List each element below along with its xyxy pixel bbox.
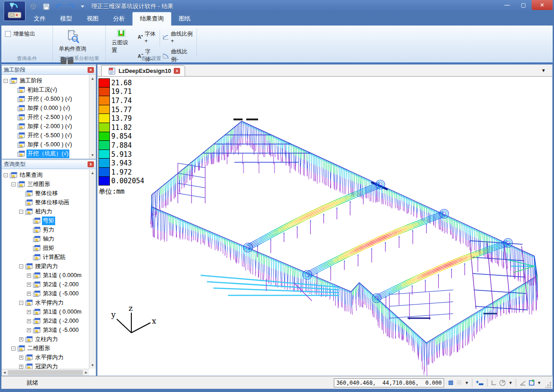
drawing-canvas[interactable]: 21.6819.7117.7415.7713.7911.829.8547.884… bbox=[98, 77, 552, 376]
tree-item-label[interactable]: 腰梁内力 bbox=[34, 262, 59, 271]
tree-item-label[interactable]: 水平撑内力 bbox=[34, 299, 65, 307]
tree-item-label[interactable]: 第2道 ( -2.000 bbox=[42, 280, 80, 289]
ortho-icon[interactable] bbox=[491, 380, 497, 386]
stage-tree-item[interactable]: 初始工况(√) bbox=[2, 85, 89, 94]
curve-scale-plus-button[interactable]: 曲线比例+ bbox=[163, 30, 193, 44]
stage-panel-close-icon[interactable]: x bbox=[88, 67, 94, 73]
model-3d-view[interactable] bbox=[98, 77, 552, 376]
tree-item-label[interactable]: 结果查询 bbox=[19, 171, 43, 180]
query-tree-item[interactable]: 计算配筋 bbox=[2, 253, 89, 262]
query-tree-item[interactable]: -结果查询 bbox=[2, 170, 89, 180]
tree-item-label[interactable]: 初始工况(√) bbox=[26, 86, 58, 94]
single-member-query-button[interactable]: 单构件查询 bbox=[57, 28, 88, 54]
tree-item-label[interactable]: 整体位移动画 bbox=[34, 198, 70, 207]
stage-tree-item[interactable]: 加撑 ( -5.000 ) (√) bbox=[2, 140, 89, 149]
tree-item-label[interactable]: 开挖（坑底）(√) bbox=[26, 150, 69, 158]
stage-tree-item[interactable]: 加撑 ( -2.000 ) (√) bbox=[2, 122, 89, 131]
tree-item-label[interactable]: 轴力 bbox=[42, 235, 55, 243]
grid-dropdown-icon[interactable]: ▼ bbox=[465, 381, 469, 385]
query-tree-hscrollbar[interactable]: ◄ ► bbox=[2, 369, 89, 376]
scroll-up-icon[interactable]: ▲ bbox=[91, 75, 94, 82]
tree-expander-icon[interactable]: - bbox=[19, 301, 23, 305]
tree-item-label[interactable]: 冠梁内力 bbox=[34, 362, 59, 369]
tree-expander-icon[interactable]: - bbox=[19, 264, 23, 268]
document-tab-close-icon[interactable]: x bbox=[174, 68, 180, 74]
menu-tab-文件[interactable]: 文件 bbox=[26, 12, 53, 26]
scroll-down-icon[interactable]: ▼ bbox=[91, 362, 94, 369]
menu-tab-分析[interactable]: 分析 bbox=[106, 12, 132, 26]
tree-item-label[interactable]: 桩内力 bbox=[34, 207, 53, 216]
tree-item-label[interactable]: 加撑 ( 0.000 ) (√) bbox=[26, 104, 71, 113]
app-logo[interactable] bbox=[4, 1, 26, 21]
stage-tree-item[interactable]: 加撑 ( 0.000 ) (√) bbox=[2, 103, 89, 113]
query-tree-item[interactable]: +第2道 ( -2.000 bbox=[2, 316, 89, 325]
query-tree-item[interactable]: +冠梁内力 bbox=[2, 362, 89, 369]
qat-dropdown-icon[interactable] bbox=[80, 3, 85, 10]
tree-item-label[interactable]: 开挖 ( -0.500 ) (√) bbox=[26, 95, 73, 103]
tree-item-label[interactable]: 开挖 ( -2.500 ) (√) bbox=[26, 113, 73, 122]
stage-tree-item[interactable]: 开挖 ( -0.500 ) (√) bbox=[2, 94, 89, 103]
query-tree-item[interactable]: +第3道 ( -5.000 bbox=[2, 289, 89, 298]
close-button[interactable]: ✕ bbox=[532, 0, 553, 10]
tree-item-label[interactable]: 第1道 ( 0.000m bbox=[42, 308, 83, 316]
stage-tree-item[interactable]: -施工阶段 bbox=[2, 76, 89, 85]
scroll-right-icon[interactable]: ► bbox=[84, 369, 88, 376]
contour-settings-button[interactable]: 云图设置 bbox=[109, 28, 134, 55]
tree-expander-icon[interactable]: + bbox=[27, 283, 31, 287]
scroll-up-icon[interactable]: ▲ bbox=[91, 170, 94, 176]
query-tree-item[interactable]: -桩内力 bbox=[2, 207, 89, 216]
scroll-left-icon[interactable]: ◄ bbox=[3, 369, 6, 376]
query-tree-item[interactable]: +第1道 ( 0.000m bbox=[2, 271, 89, 280]
tree-expander-icon[interactable]: + bbox=[19, 356, 23, 360]
query-tree-item[interactable]: +立柱内力 bbox=[2, 335, 89, 344]
query-tree-item[interactable]: +第3道 ( -5.000 bbox=[2, 325, 89, 335]
tree-item-label[interactable]: 弯矩 bbox=[42, 217, 55, 225]
document-tab[interactable]: DOC LzDeepExDesign10 x bbox=[101, 65, 185, 76]
checkbox-box[interactable] bbox=[5, 31, 11, 37]
query-tree-item[interactable]: 剪力 bbox=[2, 225, 89, 234]
query-tree-item[interactable]: +第1道 ( 0.000m bbox=[2, 307, 89, 316]
query-tree-item[interactable]: +第2道 ( -2.000 bbox=[2, 280, 89, 289]
query-tree-item[interactable]: 整体位移动画 bbox=[2, 198, 89, 207]
stage-tree-item[interactable]: 开挖 ( -2.500 ) (√) bbox=[2, 113, 89, 122]
tree-item-label[interactable]: 第3道 ( -5.000 bbox=[42, 326, 80, 335]
angle-snap-icon[interactable] bbox=[519, 380, 526, 386]
tree-expander-icon[interactable]: + bbox=[19, 337, 23, 341]
query-tree-item[interactable]: -腰梁内力 bbox=[2, 262, 89, 271]
stage-tree-item[interactable]: 开挖 ( -5.500 ) (√) bbox=[2, 131, 89, 140]
query-tree-item[interactable]: +水平撑内力 bbox=[2, 353, 89, 362]
tree-expander-icon[interactable]: - bbox=[19, 210, 23, 214]
tree-item-label[interactable]: 第2道 ( -2.000 bbox=[42, 317, 80, 325]
tree-expander-icon[interactable]: + bbox=[27, 319, 31, 323]
tree-expander-icon[interactable]: - bbox=[11, 182, 16, 186]
query-tree-item[interactable]: 扭矩 bbox=[2, 243, 89, 253]
tree-expander-icon[interactable]: + bbox=[27, 328, 31, 332]
tree-item-label[interactable]: 整体位移 bbox=[34, 189, 59, 198]
menu-tab-视图[interactable]: 视图 bbox=[79, 12, 106, 26]
incremental-output-checkbox[interactable]: 增量输出 bbox=[5, 30, 49, 38]
menu-tab-结果查询[interactable]: 结果查询 bbox=[132, 12, 171, 26]
tree-item-label[interactable]: 加撑 ( -2.000 ) (√) bbox=[26, 122, 73, 131]
query-tree-item[interactable]: 轴力 bbox=[2, 234, 89, 243]
undo-icon[interactable] bbox=[55, 3, 63, 10]
tree-item-label[interactable]: 第1道 ( 0.000m bbox=[42, 271, 83, 280]
query-tree-item[interactable]: 弯矩 bbox=[2, 216, 89, 225]
polar-dropdown-icon[interactable]: ▼ bbox=[508, 381, 513, 385]
query-tree-item[interactable]: -三维图形 bbox=[2, 180, 89, 189]
minimize-button[interactable]: — bbox=[499, 0, 515, 10]
tree-item-label[interactable]: 水平撑内力 bbox=[34, 353, 65, 362]
stage-tree-scrollbar[interactable]: ▲ ▼ bbox=[89, 75, 96, 159]
tree-item-label[interactable]: 计算配筋 bbox=[42, 253, 67, 262]
tree-expander-icon[interactable]: - bbox=[4, 173, 8, 177]
object-snap-icon[interactable] bbox=[528, 379, 535, 386]
resize-grip[interactable] bbox=[545, 382, 552, 388]
model-cube-icon[interactable] bbox=[29, 3, 37, 10]
tree-item-label[interactable]: 剪力 bbox=[42, 226, 55, 234]
redo-icon[interactable] bbox=[67, 3, 76, 10]
tree-item-label[interactable]: 二维图形 bbox=[26, 344, 51, 353]
query-tree-item[interactable]: -二维图形 bbox=[2, 344, 89, 353]
tree-item-label[interactable]: 第3道 ( -5.000 bbox=[42, 289, 80, 298]
tree-expander-icon[interactable]: + bbox=[27, 292, 31, 296]
tree-item-label[interactable]: 扭矩 bbox=[42, 244, 55, 253]
tree-item-label[interactable]: 三维图形 bbox=[26, 180, 51, 189]
